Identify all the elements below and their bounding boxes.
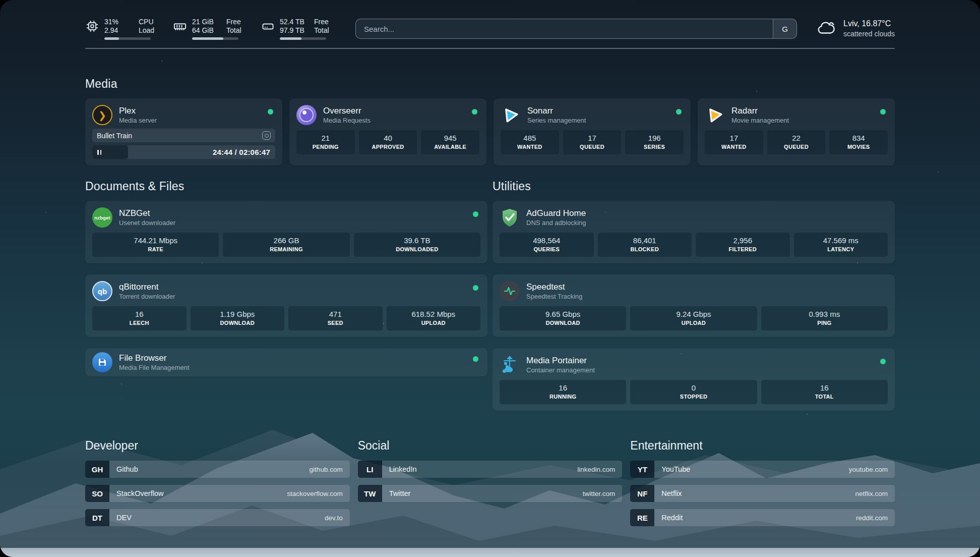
status-dot <box>473 211 478 217</box>
bookmark-abbr: LI <box>358 461 382 478</box>
radarr-icon <box>705 105 725 125</box>
bookmark-abbr: NF <box>630 485 654 502</box>
bookmark-abbr: TW <box>358 485 382 502</box>
card-plex: ❯ Plex Media server Bullet Train <box>85 98 282 165</box>
bookmark-abbr: SO <box>85 485 109 502</box>
bookmark-github[interactable]: GH Github github.com <box>85 461 350 478</box>
nzbget-icon: nzbget <box>92 207 112 228</box>
bookmark-name: Twitter <box>389 489 411 497</box>
card-radarr: Radarr Movie management 17WANTED 22QUEUE… <box>698 98 895 165</box>
service-description: Series management <box>527 116 586 125</box>
service-link-nzbget[interactable]: nzbget NZBGet Usenet downloader <box>92 207 480 228</box>
dashboard-screen: 31% 2.94 CPU Load <box>0 0 980 557</box>
card-speedtest: Speedtest Speedtest Tracking 9.65 GbpsDO… <box>493 274 895 337</box>
bookmark-url: dev.to <box>325 514 343 522</box>
sonarr-icon <box>501 105 521 125</box>
stat-pending: 21PENDING <box>296 130 355 154</box>
bookmark-url: twitter.com <box>583 490 616 497</box>
stat-wanted: 485WANTED <box>501 130 559 154</box>
section-title-entertainment: Entertainment <box>630 439 895 453</box>
service-title: Sonarr <box>527 105 586 116</box>
stat-latency: 47.569 msLATENCY <box>794 233 888 257</box>
status-dot <box>880 359 886 364</box>
status-dot <box>472 109 477 115</box>
search-bar[interactable]: G <box>355 19 797 39</box>
cpu-resource-widget: 31% 2.94 CPU Load <box>85 18 159 40</box>
bookmark-url: stackoverflow.com <box>287 490 342 497</box>
service-link-overseerr[interactable]: Overseerr Media Requests <box>296 105 479 125</box>
stat-stopped: 0STOPPED <box>630 380 757 404</box>
bookmark-name: LinkedIn <box>389 465 417 473</box>
cpu-load-value: 2.94 <box>104 26 131 35</box>
stat-leech: 16LEECH <box>92 306 187 330</box>
cpu-usage-bar <box>104 37 151 40</box>
qbittorrent-icon: qb <box>92 281 112 301</box>
stat-queries: 498,564QUERIES <box>500 233 594 257</box>
service-title: Overseerr <box>323 105 371 116</box>
card-overseerr: Overseerr Media Requests 21PENDING 40APP… <box>289 98 486 165</box>
bookmark-abbr: GH <box>85 461 109 478</box>
bookmark-group-developer: Developer GH Github github.com SO StackO… <box>85 439 350 526</box>
portainer-icon <box>500 355 520 375</box>
section-title-social: Social <box>358 439 623 453</box>
cpu-icon <box>85 19 99 33</box>
service-link-plex[interactable]: ❯ Plex Media server <box>92 105 275 125</box>
bookmark-name: DEV <box>116 514 132 522</box>
stat-blocked: 86,401BLOCKED <box>598 233 692 257</box>
stat-queued: 17QUEUED <box>563 130 622 154</box>
disk-icon <box>261 19 275 33</box>
disk-free-label: Free <box>314 18 334 26</box>
cpu-usage-value: 31% <box>104 18 131 26</box>
disk-free-value: 52.4 TB <box>280 18 306 26</box>
bookmark-name: Reddit <box>661 514 683 522</box>
service-link-sonarr[interactable]: Sonarr Series management <box>501 105 684 125</box>
stat-upload: 618.52 MbpsUPLOAD <box>387 306 481 330</box>
service-description: Torrent downloader <box>119 292 175 301</box>
service-description: Media server <box>119 116 157 125</box>
cpu-usage-label: CPU <box>139 18 159 26</box>
filebrowser-icon <box>92 352 112 372</box>
bookmark-url: youtube.com <box>849 466 888 473</box>
stat-available: 945AVAILABLE <box>421 130 479 154</box>
session-view-icon[interactable] <box>262 131 271 140</box>
section-title-developer: Developer <box>85 439 350 453</box>
service-description: Media File Management <box>119 363 189 372</box>
stat-ping: 0.993 msPING <box>761 306 888 330</box>
disk-resource-widget: 52.4 TB 97.9 TB Free Total <box>261 18 334 40</box>
bookmark-stackoverflow[interactable]: SO StackOverflow stackoverflow.com <box>85 485 350 502</box>
bookmark-youtube[interactable]: YT YouTube youtube.com <box>630 461 895 478</box>
section-title-documents: Documents & Files <box>85 180 487 193</box>
service-link-portainer[interactable]: Media Portainer Container management <box>500 355 888 375</box>
search-input[interactable] <box>356 19 773 38</box>
service-link-adguard[interactable]: AdGuard Home DNS and adblocking <box>500 207 888 228</box>
card-adguard: AdGuard Home DNS and adblocking 498,564Q… <box>493 201 895 263</box>
bookmark-url: linkedin.com <box>577 466 615 473</box>
service-link-filebrowser[interactable]: File Browser Media File Management <box>92 352 480 372</box>
cpu-usage-bar-fill <box>104 37 119 40</box>
search-provider-button[interactable]: G <box>773 19 797 38</box>
bookmark-netflix[interactable]: NF Netflix netflix.com <box>630 485 895 502</box>
stat-download: 1.19 GbpsDOWNLOAD <box>191 306 285 330</box>
service-title: Plex <box>119 105 157 116</box>
card-portainer: Media Portainer Container management 16R… <box>493 348 895 411</box>
bookmark-url: netflix.com <box>855 490 888 497</box>
disk-usage-bar <box>280 37 326 40</box>
stat-download: 9.65 GbpsDOWNLOAD <box>500 306 626 330</box>
service-link-radarr[interactable]: Radarr Movie management <box>705 105 888 125</box>
service-link-qbittorrent[interactable]: qb qBittorrent Torrent downloader <box>92 281 480 301</box>
playback-progress-fill <box>92 145 128 159</box>
service-link-speedtest[interactable]: Speedtest Speedtest Tracking <box>500 281 888 301</box>
bookmark-dev[interactable]: DT DEV dev.to <box>85 509 350 526</box>
bookmark-linkedin[interactable]: LI LinkedIn linkedin.com <box>358 461 623 478</box>
memory-total-value: 64 GiB <box>192 26 218 35</box>
bookmark-twitter[interactable]: TW Twitter twitter.com <box>358 485 623 502</box>
stat-upload: 9.24 GbpsUPLOAD <box>630 306 757 330</box>
status-dot <box>268 109 273 115</box>
service-description: Movie management <box>731 116 789 125</box>
pause-icon[interactable] <box>97 150 101 155</box>
stat-queued: 22QUEUED <box>767 130 826 154</box>
status-dot <box>473 285 478 291</box>
section-title-media: Media <box>85 77 895 91</box>
stat-seed: 471SEED <box>288 306 383 330</box>
bookmark-reddit[interactable]: RE Reddit reddit.com <box>630 509 895 526</box>
